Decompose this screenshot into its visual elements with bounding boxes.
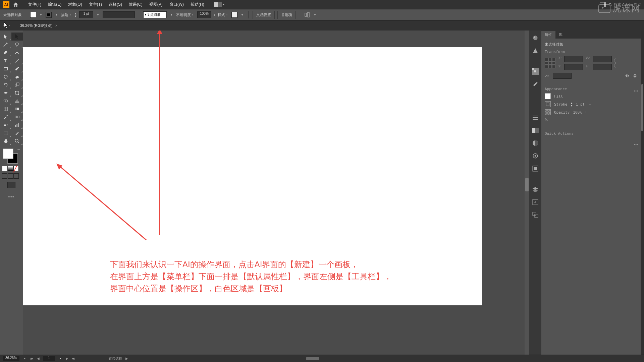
free-transform-tool[interactable] — [11, 89, 23, 97]
color-mode-icon[interactable] — [2, 166, 7, 171]
appearance-stroke-dropdown[interactable] — [588, 101, 592, 107]
horizontal-scrollbar[interactable] — [135, 357, 638, 360]
none-mode-icon[interactable]: ╱ — [13, 166, 19, 171]
layers-panel-icon[interactable] — [531, 185, 539, 193]
appearance-opacity-swatch[interactable] — [545, 109, 551, 115]
appearance-opacity-label[interactable]: Opacity — [554, 110, 570, 115]
transform-more-icon[interactable]: ••• — [634, 89, 639, 93]
column-graph-tool[interactable] — [11, 121, 23, 129]
width-tool[interactable] — [0, 89, 11, 97]
align-dropdown[interactable] — [313, 12, 317, 18]
draw-normal-icon[interactable] — [2, 173, 7, 179]
home-icon[interactable] — [13, 2, 19, 8]
artboards-panel-icon[interactable] — [531, 211, 539, 219]
flip-vertical-icon[interactable] — [633, 73, 637, 78]
reference-point-selector[interactable] — [545, 58, 555, 68]
appearance-fill-label[interactable]: Fill — [554, 94, 563, 99]
appearance-stroke-label[interactable]: Stroke — [554, 102, 568, 107]
fill-swatch[interactable] — [30, 12, 36, 18]
fx-button[interactable]: fx. — [545, 117, 637, 121]
artboard-number-input[interactable]: 1 — [43, 356, 55, 361]
pen-tool[interactable] — [0, 49, 11, 57]
brushes-panel-icon[interactable] — [531, 80, 539, 88]
screen-mode-button[interactable] — [7, 182, 15, 188]
scale-tool[interactable] — [11, 81, 23, 89]
edit-toolbar-icon[interactable]: ••• — [0, 195, 23, 199]
zoom-tool[interactable] — [11, 137, 23, 145]
prev-artboard-icon[interactable]: ◀ — [37, 357, 40, 360]
graphic-style-swatch[interactable] — [231, 12, 237, 18]
menu-select[interactable]: 选择(S) — [105, 2, 125, 7]
swap-colors-icon[interactable]: ⤺ — [17, 148, 20, 152]
mesh-tool[interactable] — [0, 105, 11, 113]
selection-tool[interactable] — [0, 33, 11, 41]
graphic-style-dropdown[interactable] — [240, 12, 244, 18]
line-tool[interactable] — [11, 57, 23, 65]
opacity-expand2-icon[interactable]: › — [585, 110, 587, 114]
color-guide-panel-icon[interactable] — [531, 47, 539, 55]
variable-width-input[interactable] — [103, 11, 135, 18]
brush-dropdown[interactable] — [169, 12, 173, 18]
menu-type[interactable]: 文字(T) — [86, 2, 105, 7]
paintbrush-tool[interactable] — [11, 65, 23, 73]
fill-stroke-swatches[interactable]: ⤺ — [3, 148, 19, 165]
draw-behind-icon[interactable] — [8, 173, 13, 179]
eyedropper-tool[interactable] — [0, 113, 11, 121]
direct-selection-tool[interactable] — [11, 33, 23, 41]
menu-edit[interactable]: 编辑(E) — [45, 2, 65, 7]
menu-window[interactable]: 窗口(W) — [166, 2, 187, 7]
perspective-grid-tool[interactable] — [11, 97, 23, 105]
h-input[interactable] — [593, 64, 612, 70]
stroke-weight-input[interactable]: 1 pt — [79, 11, 93, 18]
shape-builder-tool[interactable] — [0, 97, 11, 105]
arrange-dropdown[interactable] — [222, 2, 226, 8]
flip-horizontal-icon[interactable] — [625, 73, 630, 78]
vertical-scrollbar[interactable] — [525, 31, 529, 355]
gradient-panel-icon[interactable] — [531, 126, 539, 134]
fill-color-swatch[interactable] — [3, 148, 13, 159]
status-expand-icon[interactable]: ▶ — [125, 357, 128, 360]
menu-view[interactable]: 视图(V) — [146, 2, 166, 7]
color-panel-icon[interactable] — [531, 34, 539, 42]
slice-tool[interactable] — [11, 129, 23, 137]
stroke-swatch[interactable] — [46, 12, 52, 18]
stroke-stepper-icon[interactable]: ▴▾ — [75, 12, 76, 17]
menu-object[interactable]: 对象(O) — [65, 2, 85, 7]
fill-dropdown[interactable] — [39, 12, 43, 18]
appearance-fill-swatch[interactable] — [545, 93, 551, 99]
rotate-tool[interactable] — [0, 81, 11, 89]
brush-display[interactable]: 3 点圆形 — [143, 11, 167, 18]
last-artboard-icon[interactable]: ⏭ — [72, 357, 75, 360]
opacity-expand-icon[interactable]: › — [214, 13, 215, 17]
appearance-stroke-swatch[interactable] — [545, 101, 551, 107]
y-input[interactable] — [564, 64, 583, 70]
shaper-tool[interactable] — [0, 73, 11, 81]
rectangle-tool[interactable] — [0, 65, 11, 73]
gradient-mode-icon[interactable] — [8, 166, 13, 171]
zoom-level-input[interactable]: 36.26% — [3, 356, 19, 361]
appearance-panel-icon[interactable] — [531, 152, 539, 160]
asset-export-panel-icon[interactable] — [531, 198, 539, 206]
appearance-more-icon[interactable]: ••• — [634, 142, 639, 146]
menu-effect[interactable]: 效果(C) — [125, 2, 146, 7]
document-setup-button[interactable]: 文档设置 — [253, 11, 275, 19]
document-tab[interactable]: 36.26% (RGB/预览) × — [16, 21, 61, 30]
symbol-sprayer-tool[interactable] — [0, 121, 11, 129]
stroke-stepper2-icon[interactable]: ▴▾ — [571, 102, 573, 107]
constrain-proportions-icon[interactable] — [614, 58, 619, 68]
blend-tool[interactable] — [11, 113, 23, 121]
magic-wand-tool[interactable] — [0, 41, 11, 49]
stroke-panel-icon[interactable] — [531, 114, 539, 122]
stroke-dropdown[interactable] — [54, 12, 58, 18]
tab-properties[interactable]: 属性 — [541, 31, 555, 39]
first-artboard-icon[interactable]: ⏮ — [30, 357, 34, 360]
next-artboard-icon[interactable]: ▶ — [66, 357, 68, 360]
eraser-tool[interactable] — [11, 73, 23, 81]
gradient-tool[interactable] — [11, 105, 23, 113]
hand-tool[interactable] — [0, 137, 11, 145]
zoom-dropdown[interactable] — [23, 356, 27, 362]
close-tab-icon[interactable]: × — [55, 23, 57, 27]
draw-inside-icon[interactable] — [13, 173, 19, 179]
swatches-panel-icon[interactable] — [531, 67, 539, 75]
preferences-button[interactable]: 首选项 — [277, 11, 296, 19]
